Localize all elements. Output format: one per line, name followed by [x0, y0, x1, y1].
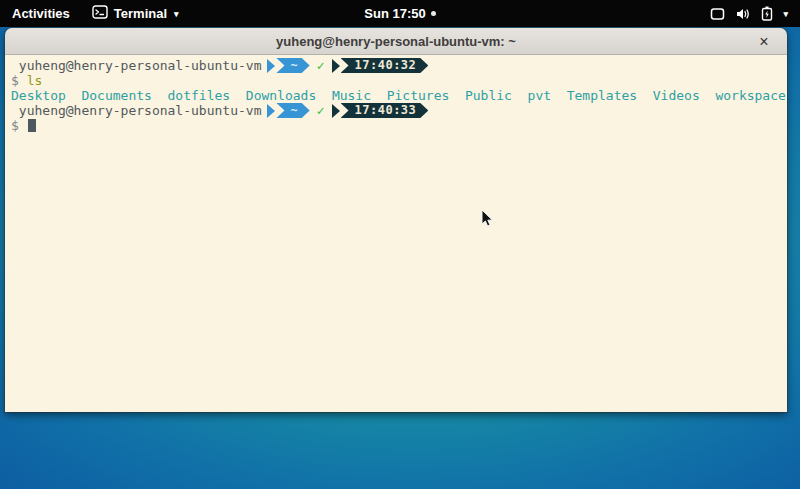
- terminal-content[interactable]: yuheng@henry-personal-ubuntu-vm ~ ✓ 17:4…: [5, 55, 787, 412]
- activities-button[interactable]: Activities: [0, 0, 82, 27]
- directory-listing: Desktop Documents dotfiles Downloads Mus…: [11, 88, 786, 103]
- prompt-line-1: yuheng@henry-personal-ubuntu-vm ~ ✓ 17:4…: [11, 58, 785, 73]
- typed-command: ls: [27, 73, 43, 88]
- powerline-arrow-icon: [332, 59, 340, 73]
- terminal-window: yuheng@henry-personal-ubuntu-vm: ~ × yuh…: [5, 28, 787, 412]
- terminal-cursor: [28, 119, 36, 132]
- volume-icon: [735, 7, 751, 21]
- prompt-path-segment: ~: [276, 58, 309, 73]
- close-icon[interactable]: ×: [751, 28, 777, 55]
- shell-prompt-symbol: $: [11, 118, 27, 133]
- shell-prompt-symbol: $: [11, 73, 27, 88]
- chevron-down-icon: ▾: [783, 9, 788, 19]
- ls-output-line: Desktop Documents dotfiles Downloads Mus…: [11, 88, 785, 103]
- clock-label[interactable]: Sun 17:50: [364, 6, 425, 21]
- window-titlebar[interactable]: yuheng@henry-personal-ubuntu-vm: ~ ×: [5, 28, 787, 55]
- chevron-down-icon: ▾: [174, 9, 179, 19]
- command-line: $ ls: [11, 73, 785, 88]
- terminal-icon: [92, 5, 108, 22]
- prompt-path-segment: ~: [276, 103, 309, 118]
- status-check-icon: ✓: [317, 103, 325, 118]
- status-check-icon: ✓: [317, 58, 325, 73]
- system-status-area[interactable]: ▾: [704, 0, 794, 27]
- powerline-arrow-icon: [332, 104, 340, 118]
- app-menu-label: Terminal: [114, 6, 167, 21]
- top-bar: Activities Terminal ▾ Sun 17:50: [0, 0, 800, 27]
- mouse-cursor-icon: [481, 209, 494, 232]
- prompt-timestamp: 17:40:32: [341, 58, 429, 73]
- screen-icon: [710, 7, 725, 21]
- powerline-arrow-icon: [267, 59, 275, 73]
- prompt-line-2: yuheng@henry-personal-ubuntu-vm ~ ✓ 17:4…: [11, 103, 785, 118]
- powerline-arrow-icon: [267, 104, 275, 118]
- prompt-user-host: yuheng@henry-personal-ubuntu-vm: [11, 103, 261, 118]
- prompt-timestamp: 17:40:33: [341, 103, 429, 118]
- window-title: yuheng@henry-personal-ubuntu-vm: ~: [276, 34, 516, 49]
- app-menu-terminal[interactable]: Terminal ▾: [82, 0, 189, 27]
- input-line[interactable]: $: [11, 118, 785, 133]
- battery-charging-icon: [761, 6, 773, 21]
- prompt-user-host: yuheng@henry-personal-ubuntu-vm: [11, 58, 261, 73]
- notification-dot-icon: [431, 11, 436, 16]
